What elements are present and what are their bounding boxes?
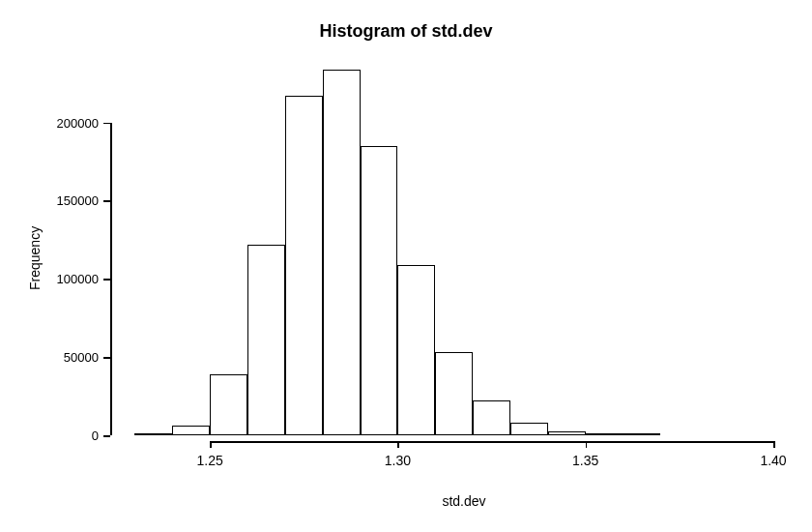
- histogram-chart: Histogram of std.dev Frequency std.dev 1…: [0, 0, 812, 532]
- histogram-bar: [323, 70, 361, 435]
- histogram-bar: [624, 433, 661, 435]
- x-tick-label: 1.35: [572, 453, 598, 468]
- y-tick-label: 200000: [45, 115, 99, 130]
- histogram-bar: [247, 245, 285, 435]
- histogram-bar: [397, 265, 435, 435]
- x-axis-line: [210, 441, 773, 443]
- x-tick-label: 1.40: [760, 453, 786, 468]
- histogram-bar: [285, 96, 323, 435]
- y-axis-line: [110, 123, 112, 435]
- y-tick: [103, 200, 110, 202]
- histogram-bar: [210, 374, 247, 435]
- y-tick-label: 100000: [45, 272, 99, 286]
- x-tick: [397, 441, 399, 448]
- y-tick: [103, 123, 110, 125]
- chart-title: Histogram of std.dev: [0, 21, 812, 42]
- histogram-bar: [361, 146, 398, 435]
- x-axis-label: std.dev: [0, 493, 812, 509]
- x-tick-label: 1.30: [385, 453, 411, 468]
- y-tick-label: 50000: [45, 350, 99, 365]
- histogram-bar: [172, 426, 210, 435]
- x-tick: [586, 441, 588, 448]
- y-tick: [103, 357, 110, 359]
- y-tick: [103, 435, 110, 437]
- x-tick: [210, 441, 212, 448]
- histogram-bar: [473, 400, 510, 435]
- y-axis-label: Frequency: [27, 226, 43, 290]
- y-tick-label: 150000: [45, 193, 99, 208]
- histogram-bar: [134, 433, 172, 435]
- histogram-bar: [586, 433, 624, 435]
- histogram-bar: [548, 431, 586, 435]
- x-tick-label: 1.25: [197, 453, 223, 468]
- x-tick: [773, 441, 775, 448]
- y-tick-label: 0: [45, 429, 99, 443]
- histogram-bar: [510, 423, 548, 435]
- histogram-bar: [435, 352, 473, 435]
- y-tick: [103, 279, 110, 281]
- plot-area: [116, 68, 773, 435]
